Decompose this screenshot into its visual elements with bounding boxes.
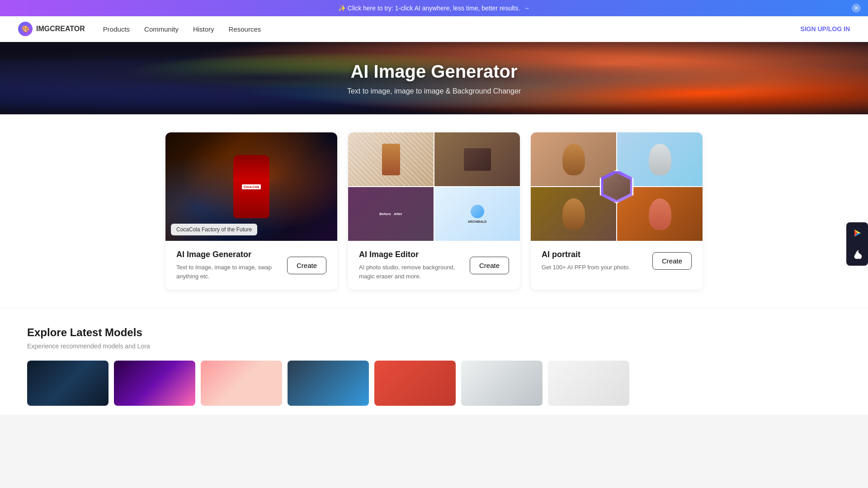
card-generator-title: AI Image Generator: [176, 250, 280, 259]
card-ai-portrait: AI portrait Get 100+ AI PFP from your ph…: [531, 132, 703, 290]
card-generator-create-button[interactable]: Create: [287, 257, 326, 274]
card-ai-image-generator: Coca-Cola CocaCola Factory of the Future…: [165, 132, 337, 290]
explore-subtitle: Experience recommended models and Lora: [27, 343, 841, 350]
hero-subtitle: Text to image, image to image & Backgrou…: [347, 87, 521, 95]
top-banner[interactable]: ✨ Click here to try: 1-click AI anywhere…: [0, 0, 868, 16]
card-ai-image-editor: Before After ARCHIBALD AI Image Editor A…: [348, 132, 520, 290]
explore-thumb-7[interactable]: [548, 361, 629, 406]
banner-arrow: →: [524, 5, 530, 12]
google-play-icon: [853, 229, 862, 238]
nav-item-resources[interactable]: Resources: [229, 25, 261, 33]
hero-title: AI Image Generator: [347, 61, 521, 82]
coke-bottle-graphic: Coca-Cola: [233, 155, 269, 218]
card-portrait-title: AI portrait: [542, 250, 645, 259]
google-play-button[interactable]: [846, 222, 868, 244]
card-generator-desc: Text to image, image to image, swap anyt…: [176, 263, 280, 281]
explore-thumb-1[interactable]: [27, 361, 108, 406]
explore-thumb-3[interactable]: [201, 361, 282, 406]
banner-text: ✨ Click here to try: 1-click AI anywhere…: [338, 5, 520, 12]
nav-item-community[interactable]: Community: [144, 25, 179, 33]
explore-grid: [27, 361, 841, 406]
logo-icon: 🎨: [18, 22, 33, 36]
logo-text: IMGCREATOR: [36, 25, 85, 33]
cards-section: Coca-Cola CocaCola Factory of the Future…: [0, 114, 868, 308]
explore-thumb-4[interactable]: [288, 361, 369, 406]
explore-thumb-2[interactable]: [114, 361, 195, 406]
nav-menu: Products Community History Resources: [103, 25, 782, 33]
explore-thumb-5[interactable]: [374, 361, 456, 406]
explore-title: Explore Latest Models: [27, 326, 841, 339]
card-generator-image: Coca-Cola CocaCola Factory of the Future: [165, 132, 337, 241]
card-portrait-image: [531, 132, 703, 241]
signin-button[interactable]: SIGN UP/LOG IN: [800, 25, 850, 33]
portrait-hex: [600, 170, 634, 204]
hero-banner: AI Image Generator Text to image, image …: [0, 42, 868, 114]
app-store-sidebar: [846, 222, 868, 266]
image-caption: CocaCola Factory of the Future: [171, 224, 257, 235]
banner-close-button[interactable]: ✕: [852, 4, 861, 13]
apple-store-button[interactable]: [846, 244, 868, 266]
card-editor-desc: AI photo studio, remove background, magi…: [359, 263, 462, 281]
nav-item-history[interactable]: History: [193, 25, 214, 33]
explore-section: Explore Latest Models Experience recomme…: [0, 308, 868, 415]
hero-text-block: AI Image Generator Text to image, image …: [347, 61, 521, 95]
navbar: 🎨 IMGCREATOR Products Community History …: [0, 16, 868, 42]
card-portrait-desc: Get 100+ AI PFP from your photo.: [542, 263, 645, 272]
apple-icon: [853, 250, 862, 259]
card-editor-title: AI Image Editor: [359, 250, 462, 259]
card-portrait-create-button[interactable]: Create: [652, 252, 692, 270]
card-editor-image: Before After ARCHIBALD: [348, 132, 520, 241]
explore-thumb-6[interactable]: [461, 361, 542, 406]
logo[interactable]: 🎨 IMGCREATOR: [18, 22, 85, 36]
card-editor-create-button[interactable]: Create: [470, 257, 509, 274]
nav-item-products[interactable]: Products: [103, 25, 130, 33]
